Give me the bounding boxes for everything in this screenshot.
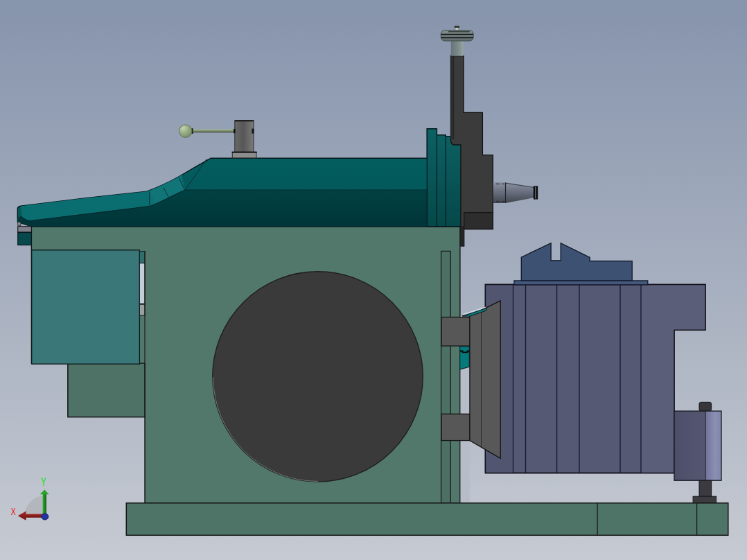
svg-text:Y: Y — [41, 475, 46, 488]
svg-text:X: X — [11, 507, 16, 518]
